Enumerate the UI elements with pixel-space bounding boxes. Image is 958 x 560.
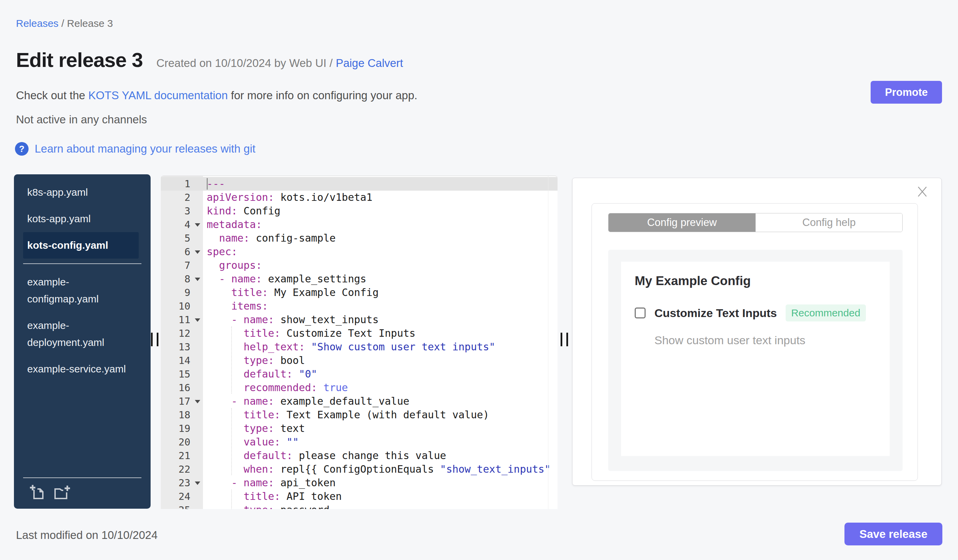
- code-line: 22 when: repl{{ ConfigOptionEquals "show…: [161, 462, 558, 476]
- code-line: 19 type: text: [161, 422, 558, 435]
- line-number: 3: [161, 204, 203, 218]
- doc-info-prefix: Check out the: [16, 89, 89, 101]
- file-item-example-service.yaml[interactable]: example-service.yaml: [23, 356, 139, 382]
- line-number: 15: [161, 367, 203, 381]
- fold-arrow-icon[interactable]: [195, 250, 200, 254]
- breadcrumb: Releases / Release 3: [16, 18, 113, 29]
- sidebar-footer: [14, 478, 151, 509]
- add-file-icon[interactable]: [29, 484, 46, 500]
- yaml-editor[interactable]: 1---2apiVersion: kots.io/v1beta13kind: C…: [161, 176, 558, 509]
- code-line: 1---: [161, 177, 558, 191]
- config-option-label: Customize Text Inputs: [654, 307, 777, 320]
- breadcrumb-releases-link[interactable]: Releases: [16, 18, 59, 29]
- code-line: 16 recommended: true: [161, 381, 558, 394]
- customize-text-inputs-checkbox[interactable]: [635, 307, 646, 318]
- code-line: 17 - name: example_default_value: [161, 394, 558, 408]
- title-row: Edit release 3 Created on 10/10/2024 by …: [16, 48, 403, 72]
- fold-arrow-icon[interactable]: [195, 278, 200, 281]
- code-line: 9 title: My Example Config: [161, 286, 558, 299]
- code-line: 15 default: "0": [161, 367, 558, 381]
- sidebar-resize-handle[interactable]: [151, 333, 159, 346]
- file-item-kots-app.yaml[interactable]: kots-app.yaml: [23, 206, 139, 232]
- breadcrumb-separator: /: [59, 18, 67, 29]
- file-item-example-deployment.yaml[interactable]: example-deployment.yaml: [23, 312, 139, 356]
- file-list: k8s-app.yamlkots-app.yamlkots-config.yam…: [14, 179, 151, 382]
- fold-arrow-icon[interactable]: [195, 481, 200, 485]
- line-number: 2: [161, 191, 203, 204]
- code-line: 11 - name: show_text_inputs: [161, 313, 558, 327]
- file-item-example-configmap.yaml[interactable]: example-configmap.yaml: [23, 269, 139, 312]
- fold-arrow-icon[interactable]: [195, 400, 200, 403]
- line-number: 20: [161, 435, 203, 449]
- code-line: 2apiVersion: kots.io/v1beta1: [161, 191, 558, 204]
- last-modified-text: Last modified on 10/10/2024: [16, 529, 157, 542]
- line-number: 4: [161, 218, 203, 231]
- config-tabbar: Config preview Config help: [608, 213, 902, 232]
- line-number: 5: [161, 231, 203, 245]
- line-number: 6: [161, 245, 203, 259]
- git-help-row: ? Learn about managing your releases wit…: [15, 142, 255, 156]
- code-line: 24 title: API token: [161, 490, 558, 503]
- code-line: 4metadata:: [161, 218, 558, 231]
- add-folder-icon[interactable]: [53, 484, 71, 500]
- code-line: 5 name: config-sample: [161, 231, 558, 245]
- line-number: 11: [161, 313, 203, 327]
- indent-guide: [231, 490, 232, 509]
- editor-lines: 1---2apiVersion: kots.io/v1beta13kind: C…: [161, 177, 558, 509]
- tab-config-preview[interactable]: Config preview: [609, 214, 755, 232]
- code-line: 14 type: bool: [161, 354, 558, 367]
- line-number: 13: [161, 340, 203, 354]
- config-preview-panel: Config preview Config help My Example Co…: [572, 178, 942, 486]
- recommended-badge: Recommended: [786, 304, 866, 321]
- line-number: 16: [161, 381, 203, 394]
- doc-info-suffix: for more info on configuring your app.: [228, 89, 417, 101]
- preview-resize-handle[interactable]: [561, 333, 569, 346]
- save-release-button[interactable]: Save release: [844, 523, 942, 546]
- sidebar-divider: [23, 263, 141, 264]
- line-number: 21: [161, 449, 203, 462]
- close-icon[interactable]: [915, 185, 929, 198]
- code-line: 13 help_text: "Show custom user text inp…: [161, 340, 558, 354]
- config-option-help-text: Show custom user text inputs: [654, 334, 805, 347]
- file-item-kots-config.yaml[interactable]: kots-config.yaml: [23, 232, 139, 259]
- text-cursor: [207, 178, 208, 190]
- line-number: 7: [161, 259, 203, 272]
- line-number: 22: [161, 462, 203, 476]
- code-line: 10 items:: [161, 299, 558, 313]
- file-sidebar: k8s-app.yamlkots-app.yamlkots-config.yam…: [14, 174, 151, 509]
- code-line: 6spec:: [161, 245, 558, 259]
- code-line: 25 type: password: [161, 503, 558, 509]
- code-line: 20 value: "": [161, 435, 558, 449]
- indent-guide: [231, 327, 232, 394]
- fold-arrow-icon[interactable]: [195, 318, 200, 322]
- line-number: 19: [161, 422, 203, 435]
- config-preview-modal: Config preview Config help My Example Co…: [592, 203, 918, 481]
- created-info: Created on 10/10/2024 by Web UI / Paige …: [156, 57, 403, 70]
- line-number: 18: [161, 408, 203, 422]
- help-icon: ?: [15, 142, 29, 156]
- code-line: 18 title: Text Example (with default val…: [161, 408, 558, 422]
- fold-arrow-icon[interactable]: [195, 223, 200, 227]
- breadcrumb-current: Release 3: [67, 18, 113, 29]
- file-item-k8s-app.yaml[interactable]: k8s-app.yaml: [23, 179, 139, 206]
- config-option-row: Customize Text Inputs Recommended: [635, 304, 866, 321]
- indent-guide: [231, 408, 232, 475]
- sidebar-footer-divider: [23, 478, 141, 478]
- line-number: 12: [161, 327, 203, 340]
- config-group-title: My Example Config: [635, 274, 751, 288]
- kots-yaml-doc-link[interactable]: KOTS YAML documentation: [89, 89, 228, 101]
- author-link[interactable]: Paige Calvert: [336, 57, 403, 69]
- code-line: 23 - name: api_token: [161, 476, 558, 490]
- promote-button[interactable]: Promote: [871, 81, 942, 104]
- tab-config-help[interactable]: Config help: [755, 214, 902, 232]
- page-title: Edit release 3: [16, 48, 143, 72]
- line-number: 23: [161, 476, 203, 490]
- git-help-link[interactable]: Learn about managing your releases with …: [35, 142, 255, 155]
- code-line: 3kind: Config: [161, 204, 558, 218]
- line-number: 1: [161, 177, 203, 191]
- channel-status: Not active in any channels: [16, 113, 147, 126]
- line-number: 8: [161, 272, 203, 286]
- config-group-card: My Example Config Customize Text Inputs …: [621, 262, 890, 456]
- doc-info-line: Check out the KOTS YAML documentation fo…: [16, 89, 417, 102]
- line-number: 10: [161, 299, 203, 313]
